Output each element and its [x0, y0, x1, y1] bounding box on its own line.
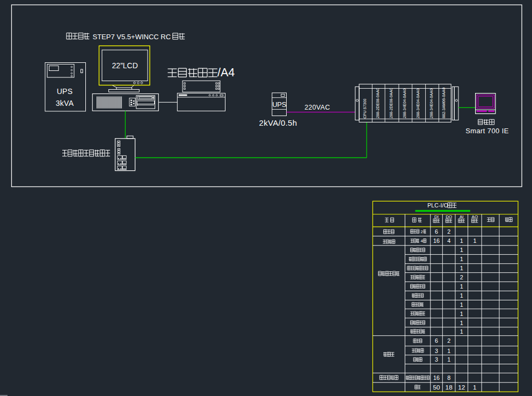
svg-text:2: 2	[460, 274, 463, 280]
svg-text:1: 1	[460, 283, 463, 290]
svg-text:1: 1	[473, 384, 477, 391]
svg-text:2: 2	[420, 229, 423, 234]
svg-text:1: 1	[460, 311, 463, 317]
svg-text:2: 2	[447, 337, 450, 344]
svg-text:DI: DI	[434, 214, 439, 219]
svg-text:288-2DE08-0AA0: 288-2DE08-0AA0	[375, 88, 380, 118]
svg-text:3kVA: 3kVA	[56, 99, 74, 107]
svg-text:4: 4	[447, 237, 450, 244]
svg-text:1: 1	[460, 320, 463, 326]
svg-text:PLC-I/O: PLC-I/O	[427, 203, 448, 208]
svg-text:16: 16	[433, 375, 440, 381]
svg-text:288-34E04-0AA0: 288-34E04-0AA0	[429, 89, 434, 118]
svg-text:288-2DE08-0AA0: 288-2DE08-0AA0	[389, 88, 393, 118]
svg-text:Smart 700 IE: Smart 700 IE	[465, 127, 509, 135]
svg-text:12: 12	[458, 384, 465, 391]
svg-text:288-34E04-0AA0: 288-34E04-0AA0	[402, 89, 407, 118]
svg-text:8: 8	[447, 375, 450, 381]
svg-text:3: 3	[435, 348, 438, 354]
svg-text:288-34E04-0AA0: 288-34E04-0AA0	[416, 89, 420, 118]
svg-text:22”LCD: 22”LCD	[112, 61, 138, 70]
svg-text:220VAC: 220VAC	[304, 104, 330, 111]
svg-text:1: 1	[460, 237, 463, 244]
svg-text:STEP7 V5.5+WINCC RC: STEP7 V5.5+WINCC RC	[93, 33, 171, 41]
svg-text:1: 1	[460, 328, 463, 335]
svg-text:/A4: /A4	[217, 66, 235, 79]
svg-text:AI: AI	[460, 214, 464, 219]
svg-text:1: 1	[473, 237, 476, 244]
svg-text:UPS: UPS	[57, 87, 73, 96]
svg-text:18: 18	[446, 384, 453, 391]
svg-text:1: 1	[460, 301, 463, 308]
svg-text:6: 6	[435, 228, 438, 235]
svg-text:AO: AO	[472, 214, 478, 219]
svg-text:1: 1	[460, 256, 463, 262]
svg-text:CPU S7300: CPU S7300	[363, 98, 367, 118]
svg-text:1: 1	[460, 265, 463, 271]
svg-text:2kVA/0.5h: 2kVA/0.5h	[259, 118, 297, 127]
svg-text:882-3AM06-0AA0: 882-3AM06-0AA0	[441, 88, 446, 118]
svg-text:1: 1	[460, 292, 463, 299]
svg-text:50: 50	[433, 384, 440, 391]
svg-text:4: 4	[420, 239, 423, 243]
svg-text:16: 16	[433, 237, 440, 244]
svg-text:2: 2	[447, 228, 450, 235]
svg-text:1: 1	[447, 356, 450, 363]
svg-text:3: 3	[435, 356, 438, 363]
svg-text:DO: DO	[446, 214, 452, 219]
svg-text:1: 1	[460, 247, 463, 253]
svg-text:UPS: UPS	[272, 100, 286, 109]
svg-text:1: 1	[447, 348, 450, 354]
svg-text:6: 6	[435, 337, 438, 344]
